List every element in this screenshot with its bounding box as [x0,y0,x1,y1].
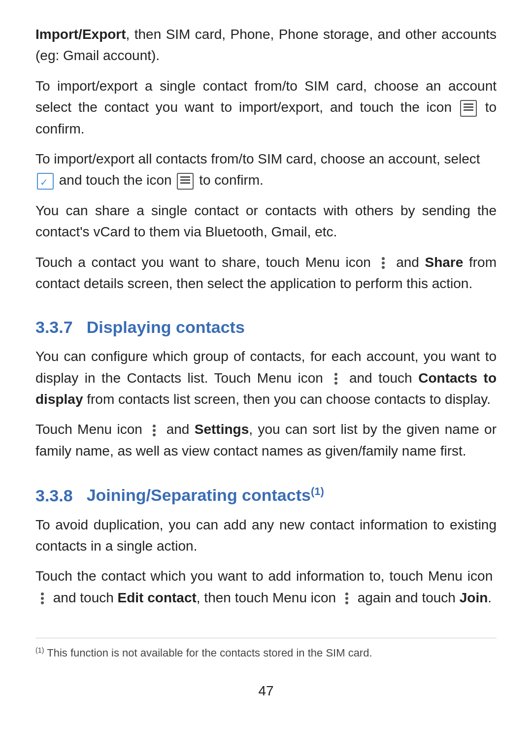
section-338-heading: 3.3.8 Joining/Separating contacts(1) [35,485,497,505]
section-337-number: 3.3.7 [35,318,73,337]
sim-icon-1 [460,100,477,117]
section-337-heading: 3.3.7 Displaying contacts [35,318,497,337]
sim-icon-2 [177,173,194,190]
menu-icon-1 [378,255,389,271]
single-contact-text: To import/export a single contact from/t… [35,78,497,115]
all-contacts-end: to confirm. [199,172,264,188]
menu-icon-2 [331,371,341,387]
section-338-title: Joining/Separating contacts(1) [87,485,324,505]
all-contacts-paragraph: To import/export all contacts from/to SI… [35,148,497,191]
section-338-p2-end: again and touch [358,590,456,605]
settings-label: Settings [195,422,249,437]
edit-contact-label: Edit contact [118,590,197,605]
all-contacts-start: To import/export all contacts from/to SI… [35,151,480,166]
section-338-superscript: (1) [311,485,324,497]
intro-paragraph: Import/Export, then SIM card, Phone, Pho… [35,24,497,66]
section-338-p1: To avoid duplication, you can add any ne… [35,514,497,557]
all-contacts-middle: and touch the icon [59,172,172,188]
footnote-text: This function is not available for the c… [47,647,372,659]
section-337-p1-end: from contacts list screen, then you can … [87,392,491,407]
page-content: Import/Export, then SIM card, Phone, Pho… [35,24,497,699]
section-338-p2-start: Touch the contact which you want to add … [35,568,493,584]
section-338-p2-mid: , then touch Menu icon [197,590,336,605]
section-337-title: Displaying contacts [87,318,245,337]
join-label: Join [460,590,488,605]
section-337-p2: Touch Menu icon and Settings, you can so… [35,419,497,461]
share-vcard-text: You can share a single contact or contac… [35,203,497,239]
share-action-paragraph: Touch a contact you want to share, touch… [35,252,497,295]
page-number: 47 [35,683,497,699]
share-vcard-paragraph: You can share a single contact or contac… [35,200,497,243]
section-337-p2-start: Touch Menu icon [35,422,142,437]
section-338-p2: Touch the contact which you want to add … [35,565,497,608]
intro-text: , [126,27,134,42]
menu-icon-5 [341,591,352,606]
section-337-p1: You can configure which group of contact… [35,346,497,410]
share-action-start: Touch a contact you want to share, touch… [35,255,371,270]
share-label: Share [425,255,464,270]
single-contact-paragraph: To import/export a single contact from/t… [35,75,497,139]
footnote-superscript: (1) [35,646,44,654]
section-338-number: 3.3.8 [35,486,73,505]
footnote: (1) This function is not available for t… [35,638,497,659]
import-export-label: Import/Export [35,27,126,42]
check-icon [37,173,54,190]
section-338-p1-text: To avoid duplication, you can add any ne… [35,517,497,554]
menu-icon-3 [149,423,160,438]
menu-icon-4 [37,591,48,606]
